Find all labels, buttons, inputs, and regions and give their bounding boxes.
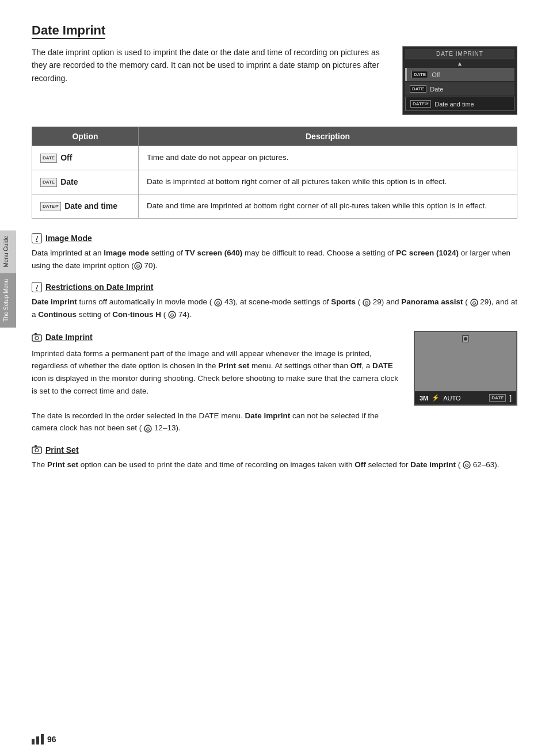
footer-bars [32,734,44,744]
off-badge: DATE [411,71,428,78]
viewfinder-mockup: 3M ⚡ AUTO DATE ] [414,331,517,406]
note-image-mode-body: Data imprinted at an Image mode setting … [32,247,517,272]
camera-menu-item-off: DATE Off [405,68,514,81]
viewfinder-text-content: Date Imprint Imprinted data forms a perm… [32,331,402,434]
svg-point-16 [35,448,39,452]
footer-bar-3 [41,734,44,744]
footer-bar-2 [36,736,39,744]
settings-icon: ⚙ [134,262,142,270]
date-option-name: Date [60,176,78,188]
sidebar-tab-menu-guide: Menu Guide [0,230,16,273]
off-table-badge: DATE [40,154,57,163]
footer-bar-1 [32,739,35,744]
page-number: 96 [47,735,56,744]
note-image-mode-title: / Image Mode [32,233,517,243]
off-description: Time and date do not appear on pictures. [139,146,517,170]
svg-text:⚙: ⚙ [170,312,174,318]
camera-menu-item-date: DATE Date [405,82,514,96]
vf-dot [464,337,467,341]
sidebar-tab-setup-menu: The Setup Menu [0,273,16,328]
svg-text:⚙: ⚙ [472,300,476,306]
camera-icon-2 [32,445,42,455]
svg-rect-17 [35,445,37,447]
camera-icon [32,333,42,343]
table-row: DATE☞ Date and time Date and time are im… [32,194,517,219]
viewfinder-inner: 3M ⚡ AUTO DATE ] [415,332,516,404]
datetime-badge: DATE☞ [410,100,431,108]
note-restrictions-title: / Restrictions on Date Imprint [32,282,517,292]
camera-menu-arrow: ▲ [405,60,514,67]
settings-icon-3: ⚙ [363,299,371,307]
settings-icon-7: ⚙ [463,461,471,469]
options-table: Option Description DATE Off Time and dat… [32,127,517,219]
svg-rect-12 [35,333,37,335]
pencil-icon-2: / [32,282,42,292]
date-badge: DATE [410,85,426,93]
table-row: DATE Date Date is imprinted at bottom ri… [32,170,517,194]
date-recorded-body: The date is recorded in the order select… [32,410,402,434]
datetime-label: Date and time [434,101,474,108]
date-table-badge: DATE [40,178,57,187]
vf-flash-icon: ⚡ [432,394,440,402]
off-label: Off [432,71,440,78]
camera-menu-mockup: DATE IMPRINT ▲ DATE Off DATE Date DATE☞ … [402,46,517,115]
page-title: Date Imprint [32,23,105,39]
off-option-name: Off [60,152,72,164]
intro-section: The date imprint option is used to impri… [32,46,517,115]
datetime-table-badge: DATE☞ [40,202,61,211]
note-print-set-title: Print Set [32,445,517,455]
note-restrictions-body: Date imprint turns off automatically in … [32,296,517,320]
date-imprint-body: Imprinted data forms a permanent part of… [32,348,402,397]
settings-icon-4: ⚙ [470,299,478,307]
settings-icon-5: ⚙ [168,311,176,319]
sidebar: Menu Guide The Setup Menu [0,230,16,328]
footer: 96 [32,734,56,744]
table-row: DATE Off Time and date do not appear on … [32,146,517,170]
vf-bottom-bar: 3M ⚡ AUTO DATE ] [415,391,516,404]
camera-menu-item-datetime: DATE☞ Date and time [405,97,514,111]
print-set-body: The Print set option can be used to prin… [32,459,517,471]
pencil-icon: / [32,233,42,243]
option-date-cell: DATE Date [32,170,139,194]
datetime-description: Date and time are imprinted at bottom ri… [139,194,517,219]
note-date-imprint-title: Date Imprint [32,331,402,343]
settings-icon-2: ⚙ [214,299,222,307]
note-print-set: Print Set The Print set option can be us… [32,445,517,471]
svg-text:⚙: ⚙ [136,264,140,269]
date-label: Date [430,86,443,93]
page: Menu Guide The Setup Menu Date Imprint T… [0,0,549,756]
svg-text:⚙: ⚙ [146,426,150,432]
svg-rect-10 [32,335,41,341]
datetime-option-name: Date and time [64,200,117,212]
option-datetime-cell: DATE☞ Date and time [32,194,139,219]
vf-top-indicator [462,335,469,342]
col-option: Option [32,127,139,146]
svg-text:⚙: ⚙ [464,463,469,468]
svg-rect-15 [32,447,41,453]
svg-text:⚙: ⚙ [216,300,220,306]
svg-text:⚙: ⚙ [364,300,369,306]
vf-bracket: ] [509,394,512,402]
vf-date-badge: DATE [489,394,506,402]
col-description: Description [139,127,517,146]
svg-point-11 [35,336,39,339]
vf-size: 3M [420,395,428,402]
vf-auto-label: AUTO [443,395,460,402]
intro-text: The date imprint option is used to impri… [32,46,391,115]
settings-icon-6: ⚙ [144,425,152,433]
note-restrictions: / Restrictions on Date Imprint Date impr… [32,282,517,320]
date-imprint-note-section: Date Imprint Imprinted data forms a perm… [32,331,517,434]
note-image-mode: / Image Mode Data imprinted at an Image … [32,233,517,272]
option-off-cell: DATE Off [32,146,139,170]
date-description: Date is imprinted at bottom right corner… [139,170,517,194]
camera-menu-title: DATE IMPRINT [405,49,514,59]
